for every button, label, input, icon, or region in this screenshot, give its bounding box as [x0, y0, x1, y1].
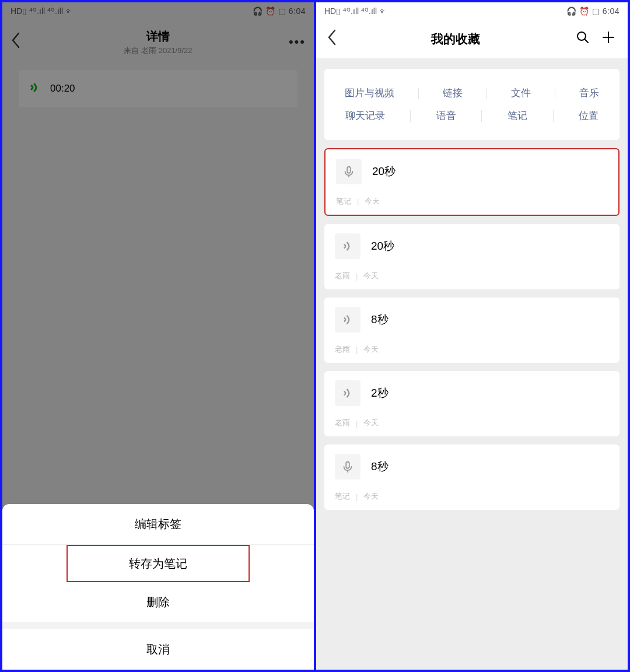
cat-location[interactable]: 位置 [574, 107, 603, 125]
favorite-item[interactable]: 8秒老雨|今天 [324, 298, 620, 363]
svg-rect-5 [346, 462, 349, 468]
back-button[interactable] [327, 29, 337, 50]
plus-icon [601, 30, 615, 44]
sound-icon [335, 307, 360, 332]
add-button[interactable] [600, 30, 617, 48]
sheet-save-as-note[interactable]: 转存为笔记 [66, 545, 250, 582]
detail-navbar: 详情 来自 老雨 2021/9/22 ••• [2, 20, 314, 64]
meta-sep: | [357, 197, 359, 206]
meta-sep: | [356, 345, 358, 354]
sound-icon [335, 233, 360, 259]
favorite-meta-source: 老雨 [335, 271, 350, 281]
favorite-title: 8秒 [371, 312, 388, 327]
cat-sep [481, 110, 482, 122]
favorite-item[interactable]: 8秒笔记|今天 [324, 444, 620, 510]
status-bar: HD▯ ⁴ᴳ.ıll ⁴ᴳ.ıll ᯤ 🎧 ⏰ ▢ 6:04 [316, 2, 628, 20]
favorite-meta-source: 老雨 [335, 344, 350, 355]
left-phone-screen: HD▯ ⁴ᴳ.ıll ⁴ᴳ.ıll ᯤ 🎧 ⏰ ▢ 6:04 详情 来自 老雨 … [2, 2, 314, 670]
status-left: HD▯ ⁴ᴳ.ıll ⁴ᴳ.ıll ᯤ [10, 6, 74, 16]
cat-images-videos[interactable]: 图片与视频 [340, 84, 399, 102]
search-icon [576, 30, 590, 44]
cat-chat-history[interactable]: 聊天记录 [341, 107, 390, 125]
sound-icon [335, 380, 360, 406]
favorite-title: 8秒 [371, 459, 388, 474]
favorite-meta-source: 老雨 [335, 418, 350, 428]
favorite-meta: 老雨|今天 [335, 344, 609, 355]
action-sheet: 编辑标签 转存为笔记 删除 取消 [2, 504, 314, 670]
favorite-meta-date: 今天 [363, 271, 379, 281]
cat-sep [410, 110, 411, 122]
voice-wave-icon [29, 81, 42, 97]
sheet-delete[interactable]: 删除 [2, 582, 314, 623]
mic-icon [335, 454, 360, 480]
cat-sep [418, 88, 419, 99]
favorite-meta-date: 今天 [363, 491, 379, 502]
favorite-meta-date: 今天 [363, 418, 379, 428]
page-title: 详情 [2, 29, 314, 44]
favorite-meta: 老雨|今天 [335, 271, 609, 281]
cat-links[interactable]: 链接 [438, 84, 467, 102]
status-right: 🎧 ⏰ ▢ 6:04 [253, 6, 306, 16]
favorite-item[interactable]: 20秒笔记|今天 [324, 148, 620, 216]
sheet-edit-tags[interactable]: 编辑标签 [2, 504, 314, 545]
cat-music[interactable]: 音乐 [575, 84, 604, 102]
sheet-cancel[interactable]: 取消 [2, 629, 314, 670]
favorite-meta-source: 笔记 [335, 491, 350, 502]
sheet-divider [2, 623, 314, 629]
status-indicators: HD▯ ⁴ᴳ.ıll ⁴ᴳ.ıll ᯤ [10, 6, 74, 16]
category-row-1: 图片与视频 链接 文件 音乐 [330, 84, 614, 102]
favorite-title: 20秒 [372, 164, 396, 179]
voice-duration: 00:20 [50, 83, 75, 94]
mic-icon [336, 159, 362, 184]
favorites-list: 20秒笔记|今天20秒老雨|今天8秒老雨|今天2秒老雨|今天8秒笔记|今天 [316, 148, 628, 510]
status-left: HD▯ ⁴ᴳ.ıll ⁴ᴳ.ıll ᯤ [324, 6, 387, 16]
voice-message-card[interactable]: 00:20 [19, 70, 298, 107]
cat-sep [553, 110, 554, 122]
favorite-item[interactable]: 2秒老雨|今天 [324, 371, 620, 436]
cat-voice[interactable]: 语音 [432, 107, 461, 125]
meta-sep: | [356, 272, 358, 281]
status-icons: 🎧 ⏰ ▢ 6:04 [253, 6, 306, 16]
cat-sep [487, 88, 487, 99]
cat-files[interactable]: 文件 [506, 84, 536, 102]
page-subtitle: 来自 老雨 2021/9/22 [2, 46, 314, 56]
favorite-meta-source: 笔记 [336, 196, 351, 206]
svg-rect-4 [347, 167, 351, 173]
cat-sep [555, 88, 555, 99]
search-button[interactable] [574, 30, 592, 48]
status-indicators: HD▯ ⁴ᴳ.ıll ⁴ᴳ.ıll ᯤ [324, 6, 387, 16]
favorites-navbar: 我的收藏 [316, 20, 628, 58]
meta-sep: | [356, 492, 358, 501]
title-wrap: 详情 来自 老雨 2021/9/22 [2, 29, 314, 56]
meta-sep: | [356, 419, 358, 428]
chevron-left-icon [327, 29, 337, 46]
favorite-title: 2秒 [371, 386, 388, 401]
category-row-2: 聊天记录 语音 笔记 位置 [330, 107, 614, 125]
page-title: 我的收藏 [345, 31, 566, 47]
favorite-item[interactable]: 20秒老雨|今天 [324, 224, 620, 289]
favorite-meta: 老雨|今天 [335, 418, 609, 428]
favorite-meta: 笔记|今天 [336, 196, 608, 206]
status-icons: 🎧 ⏰ ▢ 6:04 [566, 6, 620, 16]
status-right: 🎧 ⏰ ▢ 6:04 [566, 6, 620, 16]
favorite-meta-date: 今天 [365, 196, 380, 206]
category-card: 图片与视频 链接 文件 音乐 聊天记录 语音 笔记 位置 [324, 69, 620, 140]
favorite-meta-date: 今天 [363, 344, 379, 355]
favorite-title: 20秒 [371, 239, 394, 254]
favorite-meta: 笔记|今天 [335, 491, 609, 502]
svg-line-1 [584, 39, 588, 43]
right-phone-screen: HD▯ ⁴ᴳ.ıll ⁴ᴳ.ıll ᯤ 🎧 ⏰ ▢ 6:04 我的收藏 图片与视… [316, 2, 628, 670]
status-bar: HD▯ ⁴ᴳ.ıll ⁴ᴳ.ıll ᯤ 🎧 ⏰ ▢ 6:04 [2, 2, 314, 20]
cat-notes[interactable]: 笔记 [503, 107, 532, 125]
